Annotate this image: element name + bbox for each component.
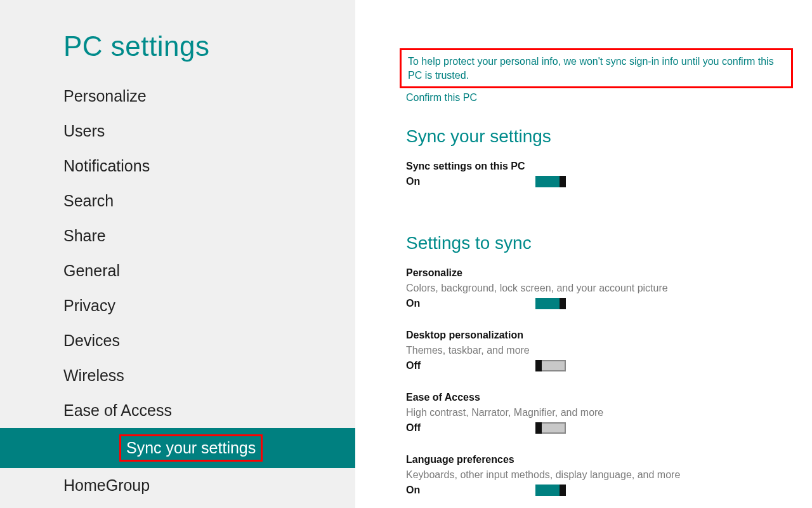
sidebar-item-ease-of-access[interactable]: Ease of Access [0,393,355,428]
setting-row: Off [406,360,566,371]
setting-personalize: Personalize Colors, background, lock scr… [406,267,793,309]
setting-row: On [406,485,566,496]
setting-row: On [406,298,566,309]
setting-label: Ease of Access [406,392,793,403]
sidebar-item-wireless[interactable]: Wireless [0,358,355,393]
setting-label: Sync settings on this PC [406,161,793,172]
sidebar-item-personalize[interactable]: Personalize [0,79,355,114]
trust-notice-text: To help protect your personal info, we w… [408,55,785,82]
sidebar: PC settings Personalize Users Notificati… [0,0,355,508]
section-heading-sync: Sync your settings [406,126,793,147]
sidebar-item-users[interactable]: Users [0,114,355,149]
toggle-ease-of-access[interactable] [535,422,566,434]
setting-state: On [406,176,420,187]
setting-state: On [406,298,420,309]
main-content: To help protect your personal info, we w… [355,0,812,508]
confirm-this-pc-link[interactable]: Confirm this PC [406,92,477,104]
setting-label: Personalize [406,267,793,279]
sidebar-item-notifications[interactable]: Notifications [0,149,355,184]
setting-label: Language preferences [406,454,793,465]
highlight-selected: Sync your settings [119,434,263,462]
setting-row: On [406,176,566,187]
setting-desc: Colors, background, lock screen, and you… [406,283,793,294]
setting-desc: Keyboards, other input methods, display … [406,469,793,481]
sidebar-item-homegroup[interactable]: HomeGroup [0,468,355,503]
page-title: PC settings [0,30,355,62]
sidebar-item-sync-your-settings[interactable]: Sync your settings [0,428,355,468]
setting-desc: High contrast, Narrator, Magnifier, and … [406,407,793,418]
setting-row: Off [406,422,566,434]
setting-label: Desktop personalization [406,330,793,341]
trust-notice-box: To help protect your personal info, we w… [400,48,793,88]
toggle-sync-this-pc[interactable] [535,176,566,187]
sidebar-item-devices[interactable]: Devices [0,323,355,358]
sidebar-item-search[interactable]: Search [0,184,355,218]
toggle-personalize[interactable] [535,298,566,309]
setting-desc: Themes, taskbar, and more [406,345,793,356]
setting-state: Off [406,360,421,371]
setting-state: Off [406,422,421,434]
setting-state: On [406,485,420,496]
toggle-language-preferences[interactable] [535,485,566,496]
sidebar-item-privacy[interactable]: Privacy [0,288,355,323]
setting-sync-this-pc: Sync settings on this PC On [406,161,793,187]
sidebar-item-share[interactable]: Share [0,218,355,253]
toggle-desktop-personalization[interactable] [535,360,566,371]
setting-ease-of-access: Ease of Access High contrast, Narrator, … [406,392,793,434]
setting-desktop-personalization: Desktop personalization Themes, taskbar,… [406,330,793,371]
section-heading-settings-to-sync: Settings to sync [406,233,793,253]
sidebar-item-general[interactable]: General [0,253,355,288]
setting-language-preferences: Language preferences Keyboards, other in… [406,454,793,496]
